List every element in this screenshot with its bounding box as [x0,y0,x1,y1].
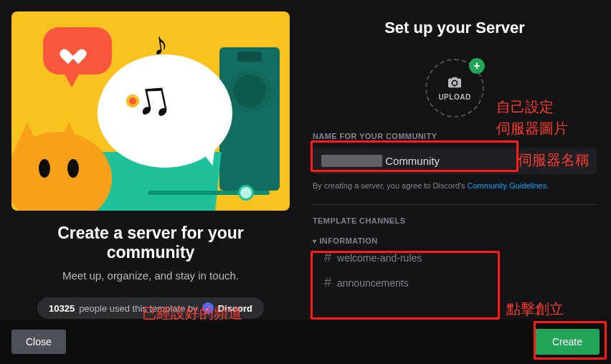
modal-footer: Close Create [0,320,611,364]
template-usage-text: people used this template by [79,303,198,314]
template-author: Discord [218,303,252,314]
template-heading: Create a server for your community [11,224,290,262]
upload-label: UPLOAD [438,93,470,101]
hash-icon: # [324,275,331,290]
template-usage-count: 10325 [49,303,75,314]
verified-icon: ✓ [202,302,214,314]
hash-icon: # [324,250,331,265]
server-setup-panel: Set up your Server UPLOAD + NAME FOR YOU… [301,0,611,364]
channel-welcome-and-rules[interactable]: # welcome-and-rules [313,245,597,270]
setup-heading: Set up your Server [313,19,597,37]
create-button[interactable]: Create [535,329,600,355]
channel-announcements[interactable]: # announcements [313,270,597,295]
plus-icon: + [469,58,485,74]
template-usage-badge: 10325 people used this template by ✓ Dis… [37,297,264,319]
community-name-label: NAME FOR YOUR COMMUNITY [313,132,597,140]
redacted-text: ████████ [321,155,382,167]
channel-category-information[interactable]: ▾ INFORMATION [313,236,597,245]
server-icon-upload[interactable]: UPLOAD + [425,59,484,118]
template-preview-panel: ♪ ♫ ♪ Create a server for your community… [0,0,301,364]
community-name-value: Community [385,155,440,167]
template-illustration: ♪ ♫ ♪ [11,11,290,211]
chevron-down-icon: ▾ [313,237,316,245]
camera-icon [447,76,463,89]
community-guidelines-link[interactable]: Community Guidelines [467,181,546,190]
tos-text: By creating a server, you agree to Disco… [313,181,597,190]
template-channels-label: TEMPLATE CHANNELS [313,216,597,225]
template-subheading: Meet up, organize, and stay in touch. [11,269,290,282]
divider [313,204,597,205]
close-button[interactable]: Close [11,330,66,354]
community-name-input[interactable]: ████████ Community [313,148,597,174]
